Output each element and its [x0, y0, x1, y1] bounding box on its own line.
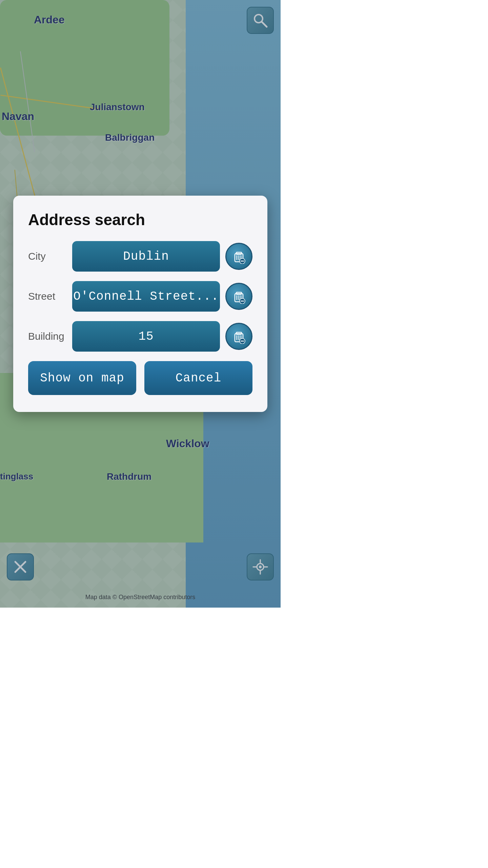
cancel-button[interactable]: Cancel — [144, 361, 252, 395]
street-delete-button[interactable] — [225, 283, 252, 310]
street-value: O'Connell Street... — [73, 290, 219, 303]
city-row: City Dublin — [28, 241, 252, 272]
building-label: Building — [28, 331, 72, 342]
cancel-label: Cancel — [176, 371, 222, 385]
street-input[interactable]: O'Connell Street... — [72, 281, 220, 312]
building-trash-icon — [231, 329, 246, 344]
dialog-buttons: Show on map Cancel — [28, 361, 252, 395]
dialog-title: Address search — [28, 211, 252, 229]
street-trash-icon — [231, 289, 246, 304]
city-label: City — [28, 251, 72, 262]
city-trash-icon — [231, 249, 246, 264]
address-search-dialog: Address search City Dublin — [13, 196, 267, 412]
city-input[interactable]: Dublin — [72, 241, 220, 272]
building-delete-button[interactable] — [225, 323, 252, 350]
city-value: Dublin — [123, 250, 169, 263]
show-on-map-button[interactable]: Show on map — [28, 361, 136, 395]
street-row: Street O'Connell Street... — [28, 281, 252, 312]
show-on-map-label: Show on map — [40, 371, 124, 385]
building-input[interactable]: 15 — [72, 321, 220, 352]
building-value: 15 — [138, 330, 154, 343]
city-delete-button[interactable] — [225, 243, 252, 270]
building-row: Building 15 — [28, 321, 252, 352]
dialog-overlay: Address search City Dublin — [0, 0, 281, 608]
street-label: Street — [28, 291, 72, 302]
